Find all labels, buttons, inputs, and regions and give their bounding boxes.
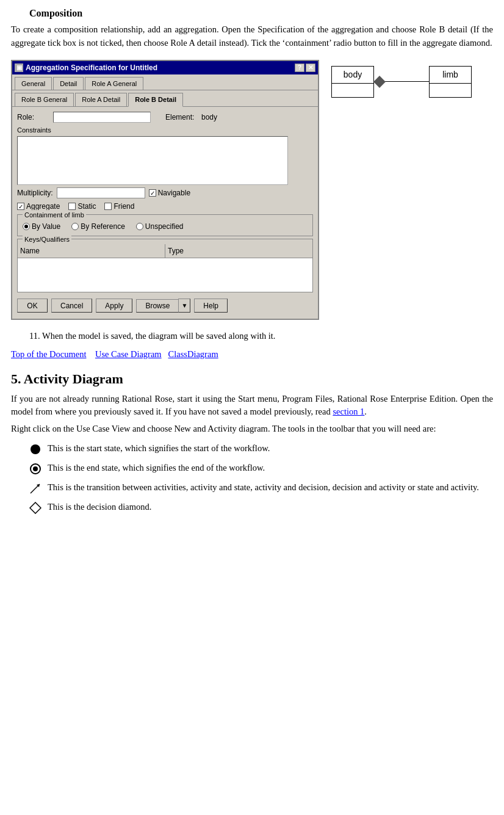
- friend-label: Friend: [113, 201, 134, 212]
- radio-by-reference[interactable]: By Reference: [71, 221, 125, 232]
- dialog-buttons: OK Cancel Apply Browse ▼ Help: [17, 296, 313, 314]
- constraints-area[interactable]: [17, 136, 288, 185]
- static-check-box[interactable]: [68, 203, 76, 210]
- dialog-title: Aggregation Specification for Untitled: [26, 62, 157, 73]
- uml-class-body-section: [332, 84, 373, 97]
- decision-svg: [29, 502, 41, 514]
- dialog-tabs-2: Role B General Role A Detail Role B Deta…: [12, 90, 318, 107]
- radio-by-value[interactable]: By Value: [23, 221, 60, 232]
- col-name: Name: [18, 244, 165, 258]
- top-link[interactable]: Top of the Document: [11, 349, 86, 359]
- role-label: Role:: [17, 112, 51, 123]
- constraints-label: Constraints: [17, 125, 313, 136]
- titlebar-left: ▣ Aggregation Specification for Untitled: [15, 62, 157, 73]
- numbered-item: 11. When the model is saved, the diagram…: [29, 330, 493, 343]
- diamond-icon: [373, 76, 386, 88]
- end-state-text: This is the end state, which signifies t…: [48, 462, 265, 475]
- browse-button[interactable]: Browse ▼: [136, 299, 190, 313]
- decision-icon: [29, 502, 41, 514]
- tab-general[interactable]: General: [15, 77, 52, 90]
- class-diagram-link[interactable]: ClassDiagram: [168, 349, 218, 359]
- ok-button[interactable]: OK: [17, 299, 48, 313]
- dialog-titlebar: ▣ Aggregation Specification for Untitled…: [12, 61, 318, 74]
- uml-class-body-name: body: [332, 67, 373, 84]
- tab-role-a-detail[interactable]: Role A Detail: [75, 93, 127, 106]
- section1-link[interactable]: section 1: [333, 407, 364, 416]
- uml-class-limb: limb: [429, 66, 472, 98]
- element-value: body: [201, 112, 217, 123]
- radio-unspecified-btn[interactable]: [136, 223, 143, 230]
- connector-line: [384, 81, 429, 82]
- apply-button[interactable]: Apply: [96, 299, 132, 313]
- containment-radio-row: By Value By Reference Unspecified: [23, 221, 308, 232]
- navigable-checkbox[interactable]: Navigable: [149, 187, 190, 198]
- browse-dropdown-arrow[interactable]: ▼: [178, 299, 190, 313]
- content-area: ▣ Aggregation Specification for Untitled…: [11, 60, 493, 321]
- keys-group: Keys/Qualifiers Name Type: [17, 239, 313, 292]
- uml-connector: [374, 78, 429, 86]
- help-button[interactable]: Help: [194, 299, 228, 313]
- end-state-svg: [29, 463, 41, 475]
- bullet-start: This is the start state, which signifies…: [29, 442, 493, 455]
- multiplicity-label: Multiplicity:: [17, 187, 53, 198]
- aggregation-dialog: ▣ Aggregation Specification for Untitled…: [11, 60, 319, 321]
- decision-text: This is the decision diamond.: [48, 501, 151, 514]
- use-case-link[interactable]: Use Case Diagram: [95, 349, 162, 359]
- start-state-icon: [29, 443, 41, 455]
- tab-detail[interactable]: Detail: [53, 77, 84, 90]
- tab-role-b-general[interactable]: Role B General: [15, 93, 74, 106]
- svg-point-0: [31, 444, 40, 454]
- activity-body1: If you are not already running Rational …: [11, 393, 493, 419]
- role-element-row: Role: Element: body: [17, 112, 313, 123]
- svg-point-2: [33, 466, 38, 471]
- radio-unspecified[interactable]: Unspecified: [136, 221, 184, 232]
- friend-check-box[interactable]: [104, 203, 112, 210]
- radio-by-value-btn[interactable]: [23, 223, 30, 230]
- uml-diagram: body limb: [331, 66, 472, 98]
- multiplicity-select[interactable]: [57, 187, 145, 198]
- keys-body[interactable]: [18, 258, 312, 292]
- keys-header: Name Type: [18, 244, 312, 258]
- navigable-check-box[interactable]: [149, 189, 156, 197]
- start-state-svg: [29, 443, 41, 455]
- uml-class-limb-name: limb: [430, 67, 471, 84]
- friend-checkbox[interactable]: Friend: [104, 201, 134, 212]
- titlebar-buttons: ? ✕: [295, 63, 315, 72]
- tab-role-b-detail[interactable]: Role B Detail: [128, 93, 183, 107]
- end-state-icon: [29, 463, 41, 475]
- browse-btn-main[interactable]: Browse: [136, 299, 178, 313]
- keys-legend: Keys/Qualifiers: [23, 234, 71, 245]
- help-titlebar-btn[interactable]: ?: [295, 63, 304, 72]
- radio-by-reference-btn[interactable]: [71, 223, 79, 230]
- activity-heading: 5. Activity Diagram: [11, 369, 493, 389]
- role-input[interactable]: [53, 112, 151, 123]
- uml-class-body: body: [331, 66, 374, 98]
- bullet-transition: This is the transition between activitie…: [29, 481, 493, 494]
- bullet-decision: This is the decision diamond.: [29, 501, 493, 514]
- radio-unspecified-label: Unspecified: [145, 221, 184, 232]
- activity-body1-end: .: [364, 407, 367, 416]
- activity-body1-text: If you are not already running Rational …: [11, 394, 493, 417]
- element-label: Element:: [165, 112, 199, 123]
- links-row: Top of the Document Use Case Diagram Cla…: [11, 348, 493, 361]
- transition-icon: [29, 482, 41, 494]
- start-state-text: This is the start state, which signifies…: [48, 442, 270, 455]
- aggregate-check-box[interactable]: [17, 203, 24, 210]
- multiplicity-row: Multiplicity: Navigable: [17, 187, 313, 198]
- tab-role-a-general[interactable]: Role A General: [85, 77, 143, 90]
- dialog-body: Role: Element: body Constraints Multipli…: [12, 107, 318, 319]
- dialog-tabs: General Detail Role A General: [12, 74, 318, 91]
- uml-area: body limb: [325, 60, 493, 321]
- cancel-button[interactable]: Cancel: [51, 299, 92, 313]
- svg-marker-5: [30, 502, 41, 513]
- radio-by-reference-label: By Reference: [81, 221, 125, 232]
- transition-text: This is the transition between activitie…: [48, 481, 479, 494]
- activity-body2: Right click on the Use Case View and cho…: [11, 422, 493, 436]
- radio-by-value-label: By Value: [32, 221, 60, 232]
- containment-legend: Containment of limb: [23, 210, 86, 220]
- navigable-label: Navigable: [158, 187, 190, 198]
- close-titlebar-btn[interactable]: ✕: [306, 63, 315, 72]
- uml-class-limb-section: [430, 84, 471, 97]
- bullet-end: This is the end state, which signifies t…: [29, 462, 493, 475]
- composition-body: To create a composition relationship, ad…: [11, 23, 493, 50]
